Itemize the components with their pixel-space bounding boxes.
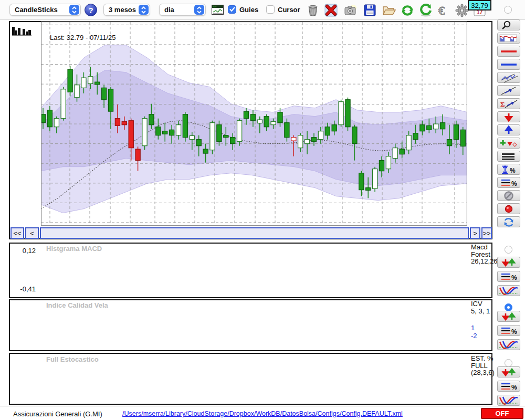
panel-2-radio[interactable] [505, 303, 512, 311]
toolbar: CandleSticks ? 3 mesos dia n,n Guies [0, 0, 525, 20]
swap-refresh-icon [498, 217, 520, 227]
panel2-arrows-red-green-button[interactable] [497, 311, 520, 322]
icv-value-neg: -2 [471, 332, 490, 340]
panel1-curves-button[interactable] [497, 285, 520, 296]
open-file-button[interactable] [382, 3, 396, 17]
swap-refresh-button[interactable] [497, 216, 520, 227]
svg-text:%: % [511, 328, 517, 335]
panel1-lines-percent-button[interactable]: % [497, 271, 520, 282]
vertical-range-percent-icon: % [498, 164, 520, 175]
timeframe-value: dia [164, 6, 174, 14]
period-select[interactable]: 3 mesos [103, 4, 150, 16]
save-button[interactable] [363, 3, 377, 17]
config-path-link[interactable]: /Users/mserra/Library/CloudStorage/Dropb… [0, 410, 525, 417]
lines-percent-icon: % [498, 177, 520, 188]
list-lines-button[interactable] [497, 151, 520, 162]
blue-hline-icon [498, 59, 520, 70]
nav-prev-button[interactable]: < [25, 227, 39, 239]
panel3-lines-percent-icon: % [498, 381, 520, 392]
blue-hline-button[interactable] [497, 59, 520, 70]
red-hline-button[interactable] [497, 46, 520, 57]
current-price-badge: 32,79 [468, 0, 491, 10]
panel3-curves-icon [498, 395, 520, 406]
help-button[interactable]: ? [85, 4, 97, 16]
panel2-lines-percent-button[interactable]: % [497, 325, 520, 336]
panel3-curves-button[interactable] [497, 395, 520, 406]
nav-first-button[interactable]: << [10, 227, 24, 239]
svg-text:%: % [511, 384, 517, 391]
refresh-button[interactable] [400, 3, 414, 17]
panel1-curves-icon [498, 286, 520, 296]
icv-value-pos: 1 [471, 324, 490, 332]
macd-y-min: -0,41 [10, 285, 36, 293]
svg-text:%: % [510, 167, 516, 174]
cursor-checkbox[interactable]: Cursor [266, 5, 300, 14]
icv-bar-chart[interactable] [38, 300, 470, 350]
channel-button[interactable] [497, 72, 520, 83]
arrow-up-blue-icon [498, 125, 520, 135]
refresh-arrows-icon [401, 4, 414, 17]
panel2-lines-percent-icon: % [498, 326, 520, 336]
macd-histogram-chart[interactable] [38, 243, 470, 298]
open-folder-icon [382, 5, 396, 16]
settings-button[interactable] [455, 3, 469, 17]
arrow-down-red-button[interactable] [497, 111, 520, 122]
forbidden-button[interactable] [497, 190, 520, 201]
record-button[interactable] [497, 203, 520, 214]
chart-style-mini-icon [12, 26, 34, 37]
zoom-magnifier-button[interactable] [497, 19, 520, 30]
chevron-up-down-icon [139, 5, 149, 15]
panel3-arrows-red-green-button[interactable] [497, 366, 520, 377]
delete-button[interactable] [324, 3, 338, 17]
panel2-curves-button[interactable] [497, 339, 520, 350]
lines-percent-button[interactable]: % [497, 177, 520, 188]
nav-last-button[interactable]: >> [481, 227, 492, 239]
delete-x-icon [324, 4, 338, 17]
camera-button[interactable] [343, 3, 358, 17]
trash-button[interactable] [306, 3, 320, 17]
svg-text:n,n: n,n [213, 5, 217, 8]
stoch-right-label: EST. % FULL (28,3,6) [471, 355, 495, 376]
floppy-save-icon [364, 4, 376, 16]
zoom-magnifier-icon [498, 20, 520, 30]
panel1-arrows-red-green-button[interactable] [497, 257, 520, 268]
off-toggle-button[interactable]: OFF [481, 408, 523, 419]
status-bar: Assicurazioni Generali (G.MI) /Users/mse… [0, 406, 525, 420]
sigma-trend-button[interactable]: Σ [497, 98, 520, 109]
chart-type-select[interactable]: CandleSticks [9, 4, 81, 16]
sync-button[interactable] [418, 3, 433, 17]
date-axis-strip[interactable] [40, 227, 469, 239]
guies-checkbox[interactable]: Guies [228, 5, 258, 14]
currency-button[interactable]: € [436, 3, 450, 17]
panel-3-radio[interactable] [505, 359, 512, 367]
svg-text:€: € [438, 4, 445, 17]
chart-preview-icon [498, 33, 520, 44]
checkbox-unchecked-icon [266, 5, 275, 14]
list-lines-icon [498, 151, 520, 162]
svg-text:%: % [511, 274, 517, 281]
trend-arrow-button[interactable] [497, 85, 520, 96]
nav-next-button[interactable]: > [470, 227, 480, 239]
mini-chart-icon: n,n [212, 5, 224, 15]
period-value: 3 mesos [109, 6, 136, 14]
camera-icon [344, 4, 358, 17]
timeframe-select[interactable]: dia [159, 4, 206, 16]
trash-icon [307, 4, 319, 17]
main-price-chart[interactable] [41, 22, 467, 226]
mini-chart-window-button[interactable]: n,n [212, 5, 224, 15]
svg-text:%: % [511, 180, 517, 187]
panel3-lines-percent-button[interactable]: % [497, 381, 520, 392]
stochastic-chart[interactable] [38, 354, 470, 404]
chart-preview-button[interactable] [497, 33, 520, 44]
help-label: ? [88, 6, 93, 15]
add-remove-markers-button[interactable] [497, 138, 520, 149]
chevron-up-down-icon [194, 5, 204, 15]
vertical-range-percent-button[interactable]: % [497, 164, 520, 175]
macd-y-max: 0,12 [10, 247, 36, 255]
euro-icon: € [437, 4, 450, 17]
panel-1-radio[interactable] [505, 246, 512, 254]
main-chart-radio[interactable] [504, 6, 512, 14]
forbidden-icon [498, 191, 520, 201]
cursor-label: Cursor [278, 6, 300, 14]
arrow-up-blue-button[interactable] [497, 124, 520, 135]
